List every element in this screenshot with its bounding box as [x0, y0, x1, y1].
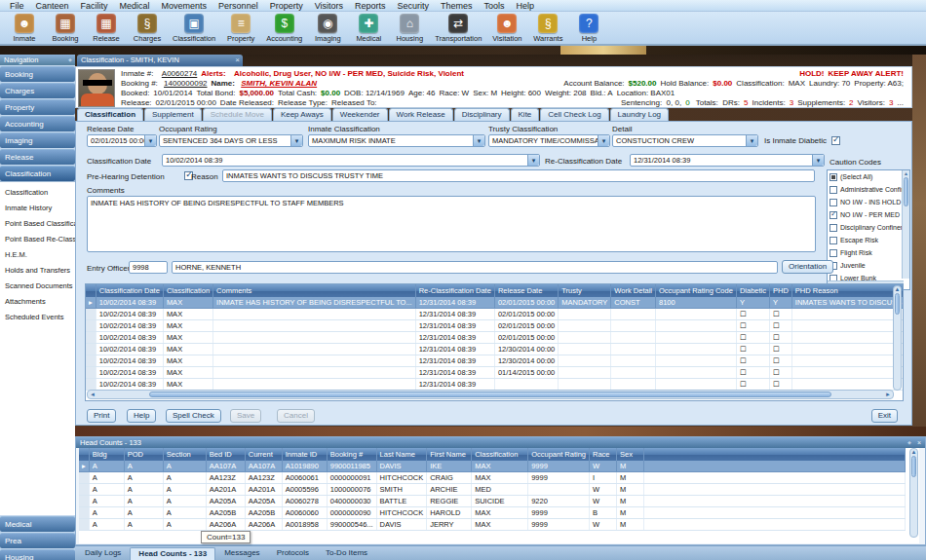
column-header[interactable]: PHD [769, 284, 791, 297]
menu-item[interactable]: Themes [435, 1, 479, 11]
sidebar-section[interactable]: Charges [0, 83, 75, 98]
reclassification-date-field[interactable]: 12/31/2014 08:39▾ [630, 154, 825, 167]
pin-icon[interactable]: ⌖ [68, 55, 72, 65]
sidebar-item[interactable]: Classification [0, 185, 75, 201]
column-header[interactable]: Re-Classification Date [415, 284, 494, 297]
menu-item[interactable]: Medical [114, 1, 156, 11]
close-icon[interactable]: × [235, 55, 240, 66]
toolbar-button[interactable]: ⇄ Transportation [430, 14, 486, 43]
caution-code-item[interactable]: Flight Risk [828, 246, 909, 259]
column-header[interactable]: Classification [163, 284, 212, 297]
checkbox-icon[interactable] [830, 224, 837, 232]
column-header[interactable] [79, 448, 89, 461]
column-header[interactable]: Booking # [327, 448, 376, 461]
caution-code-item[interactable]: NO I/W - INS HOLD [828, 196, 909, 208]
column-header[interactable]: POD [124, 448, 163, 461]
bottom-tab[interactable]: Protocols [269, 547, 317, 560]
bottom-tab[interactable]: Daily Logs [77, 547, 129, 560]
caution-vertical-scrollbar[interactable]: ▲ [902, 170, 909, 279]
sidebar-section[interactable]: Classification [0, 166, 75, 181]
menu-item[interactable]: File [4, 1, 30, 11]
grid-horizontal-scrollbar[interactable]: ◄► [87, 390, 894, 399]
caution-code-item[interactable]: Escape Risk [828, 234, 909, 246]
menu-item[interactable]: Facility [75, 1, 114, 11]
table-row[interactable]: AAAAA205BAA205BA00600600000000090HITCHCO… [79, 507, 906, 519]
chevron-down-icon[interactable]: ▾ [598, 135, 609, 146]
table-row[interactable]: AAAAA205AAA205AA00602780400000030BATTLER… [79, 496, 906, 507]
entry-officer-name-field[interactable]: HORNE, KENNETH [172, 261, 778, 274]
column-header[interactable]: Occupant Rating Code [655, 284, 736, 297]
toolbar-button[interactable]: § Charges [127, 14, 168, 43]
toolbar-button[interactable]: § Warrants [527, 14, 568, 43]
menu-item[interactable]: Security [392, 1, 436, 11]
toolbar-button[interactable]: ▣ Classification [168, 14, 220, 43]
menu-item[interactable]: Canteen [30, 1, 75, 11]
sidebar-item[interactable]: Attachments [0, 294, 75, 310]
table-row[interactable]: 10/02/2014 08:39MAX12/31/2014 08:3901/14… [86, 367, 904, 379]
sidebar-section[interactable]: Booking [0, 66, 75, 82]
print-button[interactable]: Print [87, 409, 116, 423]
menu-item[interactable]: Visitors [309, 1, 349, 11]
tab[interactable]: Weekender [332, 108, 388, 121]
table-row[interactable]: 10/02/2014 08:39MAX12/31/2014 08:3902/01… [86, 332, 904, 344]
pin-icon[interactable]: ⌖ [907, 437, 911, 448]
grid-vertical-scrollbar[interactable]: ▲ [893, 285, 902, 391]
column-header[interactable]: Inmate ID [282, 448, 327, 461]
inmate-classification-dropdown[interactable]: MAXIMUM RISK INMATE▾ [308, 134, 485, 147]
orientation-button[interactable]: Orientation [782, 260, 833, 274]
toolbar-button[interactable]: ≡ Property [220, 14, 261, 43]
column-header[interactable]: Classification Date [96, 284, 163, 297]
toolbar-button[interactable]: ◉ Imaging [307, 14, 348, 43]
sidebar-section[interactable]: Imaging [0, 132, 75, 148]
tab[interactable]: Cell Check Log [540, 108, 608, 121]
column-header[interactable]: PHD Reason [791, 284, 904, 297]
column-header[interactable] [86, 284, 96, 297]
toolbar-button[interactable]: ? Help [568, 14, 609, 43]
toolbar-button[interactable]: ☻ Inmate [4, 14, 45, 43]
sidebar-item[interactable]: H.E.M. [0, 247, 75, 263]
tab[interactable]: Laundry Log [610, 108, 669, 121]
table-row[interactable]: 10/02/2014 08:39MAX12/31/2014 08:3902/01… [86, 320, 904, 332]
chevron-down-icon[interactable]: ▾ [144, 135, 156, 146]
occupant-rating-dropdown[interactable]: SENTENCED 364 DAYS OR LESS▾ [159, 134, 303, 147]
sidebar-section[interactable]: Accounting [0, 116, 75, 131]
bottom-tab[interactable]: Head Counts - 133 [130, 547, 215, 560]
tab[interactable]: Keep Aways [273, 108, 331, 121]
chevron-down-icon[interactable]: ▾ [473, 135, 484, 146]
caution-code-item[interactable]: Juvenile [828, 259, 909, 272]
window-tab[interactable]: Classification - SMITH, KEVIN × [77, 55, 243, 66]
caution-code-item[interactable]: Administrative Confinem [828, 183, 909, 196]
table-row[interactable]: AAAAA123ZAA123ZA00600610000000091HITCHCO… [79, 472, 906, 484]
sidebar-item[interactable]: Holds and Transfers [0, 263, 75, 279]
column-header[interactable]: Bed ID [206, 448, 245, 461]
chevron-down-icon[interactable]: ▾ [527, 155, 539, 166]
release-date-dropdown[interactable]: 02/01/2015 00:00▾ [87, 134, 157, 147]
checkbox-icon[interactable] [830, 199, 837, 206]
toolbar-button[interactable]: ✚ Medical [348, 14, 389, 43]
sidebar-item[interactable]: Inmate History [0, 201, 75, 216]
checkbox-icon[interactable] [830, 173, 837, 181]
column-header[interactable]: Release Date [494, 284, 558, 297]
sidebar-item[interactable]: Scanned Documents [0, 279, 75, 294]
toolbar-button[interactable]: $ Accounting [261, 14, 307, 43]
column-header[interactable]: Classification [472, 448, 528, 461]
checkbox-icon[interactable] [830, 249, 837, 257]
chevron-down-icon[interactable]: ▾ [746, 135, 757, 146]
detail-dropdown[interactable]: CONSTUCTION CREW▾ [612, 134, 758, 147]
exit-button[interactable]: Exit [871, 409, 898, 423]
head-counts-vertical-scrollbar[interactable]: ▲ [909, 448, 918, 538]
table-row[interactable]: ▸10/02/2014 08:39MAXINMATE HAS HISTORY O… [86, 297, 904, 309]
toolbar-button[interactable]: ☻ Visitation [486, 14, 527, 43]
menu-item[interactable]: Help [511, 1, 541, 11]
sidebar-section[interactable]: Medical [0, 516, 75, 532]
tab[interactable]: Disciplinary [454, 108, 510, 121]
menu-item[interactable]: Movements [156, 1, 213, 11]
chevron-down-icon[interactable]: ▾ [290, 135, 302, 146]
table-row[interactable]: AAAAA206AAA206AA0018958990000546...DAVIS… [79, 519, 906, 531]
sidebar-section[interactable]: Housing [0, 549, 75, 560]
checkbox-icon[interactable] [830, 186, 837, 194]
column-header[interactable]: Race [590, 448, 617, 461]
classification-date-field[interactable]: 10/02/2014 08:39▾ [162, 154, 540, 167]
chevron-down-icon[interactable]: ▾ [812, 155, 824, 166]
sidebar-section[interactable]: Prea [0, 533, 75, 548]
